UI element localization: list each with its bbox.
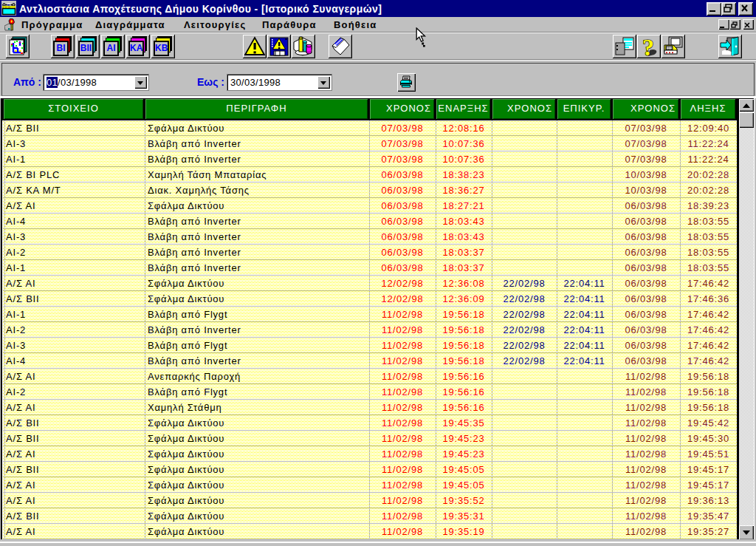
svg-text:?: ? [642, 36, 654, 57]
